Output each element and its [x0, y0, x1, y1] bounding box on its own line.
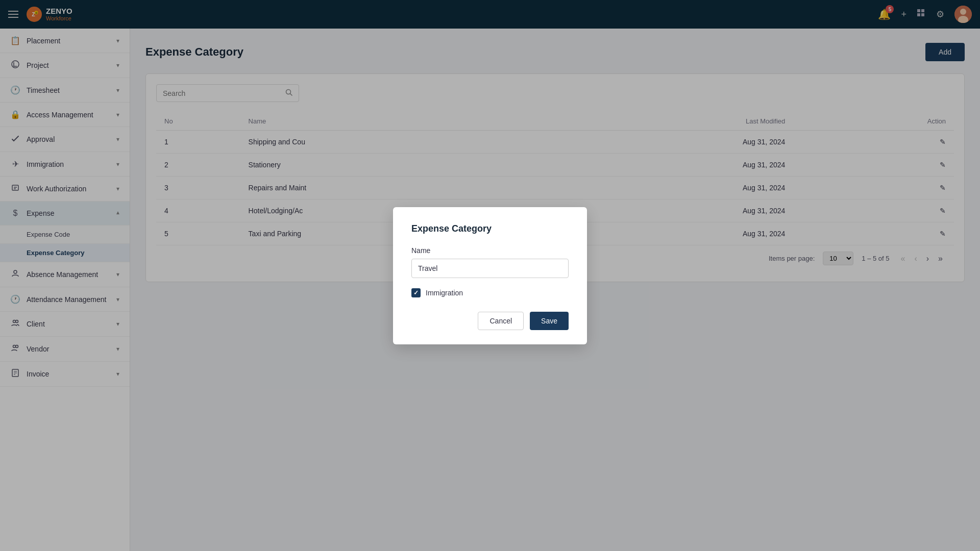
dialog-actions: Cancel Save — [411, 312, 569, 330]
checkbox-row: ✓ Immigration — [411, 288, 569, 297]
dialog-title: Expense Category — [411, 223, 569, 234]
dialog-name-input[interactable] — [411, 259, 569, 278]
check-mark: ✓ — [413, 289, 419, 296]
dialog-overlay: Expense Category Name ✓ Immigration Canc… — [0, 0, 980, 551]
dialog-name-field: Name — [411, 246, 569, 278]
expense-category-dialog: Expense Category Name ✓ Immigration Canc… — [393, 207, 587, 344]
cancel-button[interactable]: Cancel — [478, 312, 524, 330]
immigration-checkbox-label: Immigration — [426, 289, 463, 297]
dialog-name-label: Name — [411, 246, 569, 255]
immigration-checkbox[interactable]: ✓ — [411, 288, 421, 297]
save-button[interactable]: Save — [530, 312, 569, 330]
